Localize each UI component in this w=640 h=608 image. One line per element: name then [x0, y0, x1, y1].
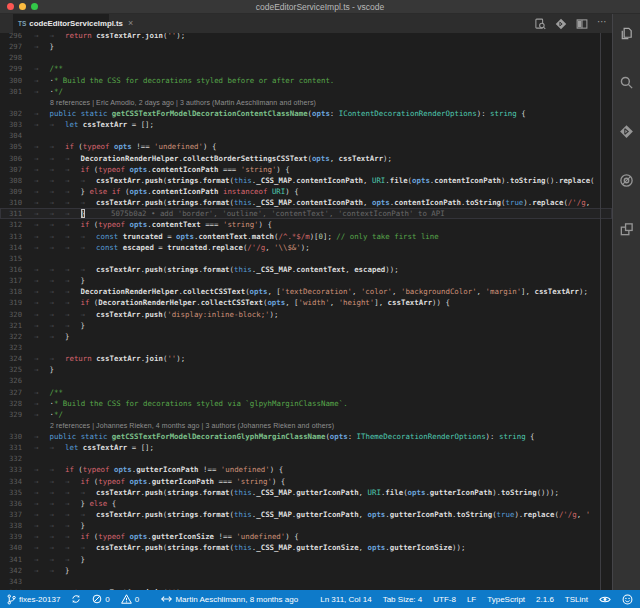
tab-codeEditorServiceImpl[interactable]: TS codeEditorServiceImpl.ts × — [13, 14, 109, 33]
code-line[interactable]: 329→·*/ — [0, 409, 612, 420]
code-line[interactable]: 303→→let cssTextArr = []; — [0, 119, 612, 130]
code-line[interactable]: 319→→→if (DecorationRenderHelper.collect… — [0, 297, 612, 308]
extensions-icon[interactable] — [619, 222, 634, 237]
tab-whitespace-arrow-icon: → — [34, 41, 50, 52]
code-line[interactable]: 326 — [0, 375, 612, 386]
warnings-item[interactable]: 0 — [121, 594, 139, 604]
blame-arrows-icon — [161, 595, 172, 603]
git-branch-item[interactable]: fixes-20137 — [7, 594, 60, 605]
code-line[interactable]: 316→→→→cssTextArr.push(strings.format(th… — [0, 264, 612, 275]
code-line[interactable]: 330→public static getCSSTextForModelDeco… — [0, 431, 612, 442]
code-line[interactable]: 320→→→→cssTextArr.push('display:inline-b… — [0, 309, 612, 320]
scrollbar[interactable] — [600, 33, 601, 590]
code-line[interactable]: 338→→→} — [0, 520, 612, 531]
code-line[interactable]: 312→→→if (typeof opts.contentText === 's… — [0, 219, 612, 230]
errors-item[interactable]: 0 — [92, 594, 109, 604]
code-line[interactable]: 323 — [0, 342, 612, 353]
code-line[interactable]: 298 — [0, 52, 612, 63]
code-line[interactable]: 342→→} — [0, 565, 612, 576]
line-number: 315 — [0, 253, 22, 264]
line-number: 321 — [0, 320, 22, 331]
line-number: 313 — [0, 231, 22, 242]
code-line[interactable]: 296→→return cssTextArr.join(''); — [0, 33, 612, 41]
code-line[interactable]: 299→/** — [0, 63, 612, 74]
code-line[interactable]: 305→→if (typeof opts !== 'undefined') { — [0, 141, 612, 152]
tab-whitespace-arrow-icon: → — [50, 476, 66, 487]
code-line[interactable]: 333→→if (typeof opts.gutterIconPath !== … — [0, 464, 612, 475]
ts-version-item[interactable]: 2.1.6 — [536, 595, 554, 604]
line-number: 342 — [0, 565, 22, 576]
files-icon[interactable] — [619, 26, 634, 41]
search-icon[interactable] — [619, 75, 634, 90]
code-line[interactable]: 335→→→→cssTextArr.push(strings.format(th… — [0, 487, 612, 498]
code-line[interactable]: 309→→→} else if (opts.contentIconPath in… — [0, 186, 612, 197]
close-tab-icon[interactable]: × — [128, 19, 133, 28]
line-number: 325 — [0, 364, 22, 375]
cursor-position-item[interactable]: Ln 311, Col 14 — [320, 595, 371, 604]
code-line[interactable]: 324→→return cssTextArr.join(''); — [0, 353, 612, 364]
code-line[interactable]: 327→/** — [0, 387, 612, 398]
feedback-smiley-icon[interactable] — [622, 594, 633, 605]
language-item[interactable]: TypeScript — [487, 595, 525, 604]
gitlens-compare-icon[interactable] — [555, 18, 567, 30]
code-line[interactable]: 322→→} — [0, 331, 612, 342]
tab-whitespace-arrow-icon: → — [50, 353, 66, 364]
code-line[interactable]: 308→→→→cssTextArr.push(strings.format(th… — [0, 175, 612, 186]
code-line[interactable]: 337→→→→cssTextArr.push(strings.format(th… — [0, 509, 612, 520]
code-line[interactable]: 313→→→→const truncated = opts.contentTex… — [0, 231, 612, 242]
debug-icon[interactable] — [619, 173, 634, 188]
cursor: } — [81, 209, 85, 218]
toggle-blame-eye-icon[interactable] — [599, 595, 611, 604]
code-line-current[interactable]: 311→→→}5075b0a2 • add 'border', 'outline… — [0, 208, 612, 219]
code-line[interactable]: 331→→let cssTextArr = []; — [0, 442, 612, 453]
code-line[interactable]: 300→·* Build the CSS for decorations sty… — [0, 75, 612, 86]
code-line[interactable]: 315 — [0, 253, 612, 264]
tab-whitespace-arrow-icon: → — [34, 141, 50, 152]
code-line[interactable]: 314→→→→const escaped = truncated.replace… — [0, 242, 612, 253]
blame-item[interactable]: Martin Aeschlimann, 8 months ago — [161, 595, 298, 604]
tab-size-item[interactable]: Tab Size: 4 — [383, 595, 423, 604]
code-line[interactable]: 332 — [0, 453, 612, 464]
codelens-row[interactable]: 2 references | Johannes Rieken, 4 months… — [0, 420, 612, 431]
code-line[interactable]: 336→→→} else { — [0, 498, 612, 509]
tab-whitespace-arrow-icon: → — [50, 520, 66, 531]
code-line[interactable]: 317→→→} — [0, 275, 612, 286]
code-line[interactable]: 321→→→} — [0, 320, 612, 331]
tab-whitespace-arrow-icon: → — [65, 242, 81, 253]
code-line[interactable]: 304 — [0, 130, 612, 141]
code-line[interactable]: 325→} — [0, 364, 612, 375]
code-line[interactable]: 310→→→→cssTextArr.push(strings.format(th… — [0, 197, 612, 208]
more-actions-icon[interactable]: ⋯ — [597, 17, 608, 31]
code-line[interactable]: 334→→→if (typeof opts.gutterIconPath ===… — [0, 476, 612, 487]
code-line[interactable]: 318→→→DecorationRenderHelper.collectCSST… — [0, 286, 612, 297]
code-line[interactable]: 340→→→→cssTextArr.push(strings.format(th… — [0, 542, 612, 553]
tab-whitespace-arrow-icon: → — [50, 164, 66, 175]
editor[interactable]: 296→→return cssTextArr.join('');297→}298… — [0, 33, 612, 590]
code-line[interactable]: 301→·*/ — [0, 86, 612, 97]
code-line[interactable]: 302→public static getCSSTextForModelDeco… — [0, 108, 612, 119]
tab-whitespace-arrow-icon: → — [34, 264, 50, 275]
split-editor-icon[interactable] — [576, 18, 588, 30]
line-number: 314 — [0, 242, 22, 253]
tab-whitespace-arrow-icon: → — [34, 75, 50, 86]
tab-whitespace-arrow-icon: → — [34, 554, 50, 565]
code-line[interactable]: 328→·* Build the CSS for decorations sty… — [0, 398, 612, 409]
code-line[interactable]: 341→→→} — [0, 554, 612, 565]
tslint-item[interactable]: TSLint — [565, 595, 588, 604]
tab-whitespace-arrow-icon: → — [65, 542, 81, 553]
code-line[interactable]: 306→→→DecorationRenderHelper.collectBord… — [0, 153, 612, 164]
tab-whitespace-arrow-icon: → — [65, 264, 81, 275]
sync-item[interactable] — [71, 594, 81, 604]
eol-item[interactable]: LF — [467, 595, 476, 604]
codelens-row[interactable]: 8 references | Eric Amodio, 2 days ago |… — [0, 97, 612, 108]
open-preview-icon[interactable] — [534, 18, 546, 30]
code-line[interactable]: 343 — [0, 576, 612, 587]
branch-name: fixes-20137 — [19, 595, 60, 604]
tab-whitespace-arrow-icon: → — [65, 297, 81, 308]
code-line[interactable]: 307→→→if (typeof opts.contentIconPath ==… — [0, 164, 612, 175]
code-line[interactable]: 339→→→if (typeof opts.gutterIconSize !==… — [0, 531, 612, 542]
encoding-item[interactable]: UTF-8 — [433, 595, 456, 604]
tab-whitespace-arrow-icon: → — [81, 231, 97, 242]
code-line[interactable]: 297→} — [0, 41, 612, 52]
gitlens-icon[interactable] — [619, 124, 634, 139]
